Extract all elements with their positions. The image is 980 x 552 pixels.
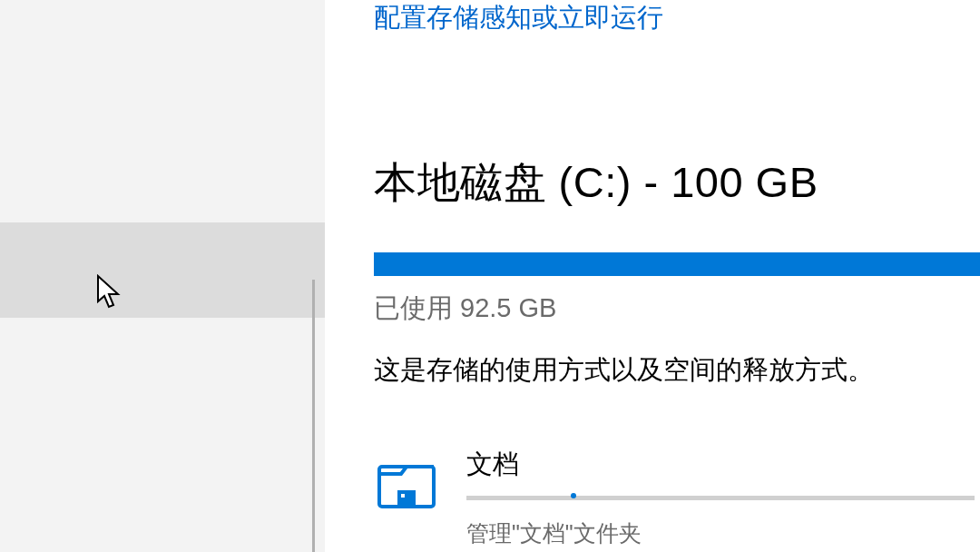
disk-usage-bar	[374, 252, 980, 276]
documents-icon	[374, 454, 439, 519]
storage-description: 这是存储的使用方式以及空间的释放方式。	[374, 352, 874, 389]
svg-rect-2	[401, 494, 405, 498]
category-documents[interactable]: 文档 管理"文档"文件夹	[374, 447, 975, 548]
sidebar	[0, 0, 325, 552]
sidebar-divider	[312, 280, 315, 552]
disk-used-label: 已使用 92.5 GB	[374, 291, 556, 327]
configure-storage-sense-link[interactable]: 配置存储感知或立即运行	[374, 0, 663, 36]
category-manage-link[interactable]: 管理"文档"文件夹	[466, 518, 975, 548]
disk-heading: 本地磁盘 (C:) - 100 GB	[374, 154, 818, 212]
category-progress-indicator	[571, 493, 576, 498]
category-progress-bar	[466, 496, 975, 500]
main-content: 配置存储感知或立即运行 本地磁盘 (C:) - 100 GB 已使用 92.5 …	[325, 0, 980, 552]
svg-rect-1	[397, 490, 416, 507]
sidebar-selected-item[interactable]	[0, 222, 325, 318]
category-title: 文档	[466, 447, 975, 483]
